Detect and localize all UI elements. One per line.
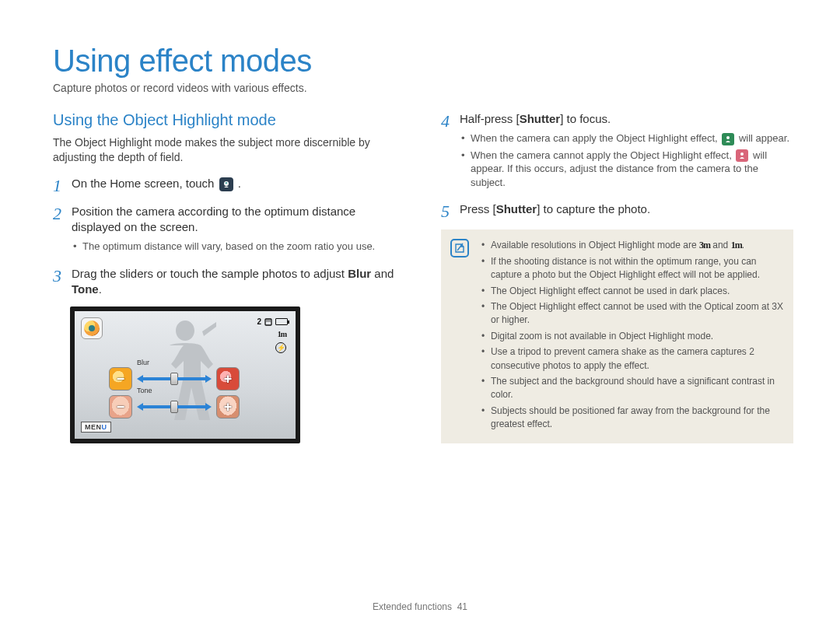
status-row: 2 bbox=[257, 317, 288, 326]
svg-rect-3 bbox=[267, 320, 268, 321]
menu-button[interactable]: MENU bbox=[81, 422, 111, 433]
blur-sample-high[interactable]: + bbox=[216, 367, 240, 391]
tone-slider[interactable] bbox=[137, 401, 212, 413]
flash-off-icon: ⚡ bbox=[275, 342, 286, 353]
tone-sample-low[interactable]: − bbox=[109, 395, 132, 419]
footer-page-number: 41 bbox=[457, 601, 467, 612]
sd-card-icon bbox=[264, 318, 272, 326]
tone-sample-high[interactable]: + bbox=[216, 395, 240, 419]
note-item-5: Digital zoom is not available in Object … bbox=[481, 330, 784, 343]
blur-slider[interactable] bbox=[137, 373, 212, 385]
resolution-3m-icon: 3m bbox=[699, 240, 710, 250]
section-desc: The Object Highlight mode makes the subj… bbox=[53, 135, 405, 165]
tone-slider-row: Tone − + bbox=[109, 395, 240, 419]
effect-unavailable-icon bbox=[736, 149, 748, 162]
step-5-bold: Shutter bbox=[496, 202, 537, 215]
page-footer: Extended functions 41 bbox=[0, 601, 840, 612]
resolution-indicator: 1m bbox=[278, 330, 286, 338]
step-number: 5 bbox=[441, 201, 460, 220]
shots-remaining: 2 bbox=[257, 317, 261, 326]
step-number: 4 bbox=[441, 111, 460, 192]
note-item-4: The Object Highlight effect cannot be us… bbox=[481, 300, 784, 328]
step-4-text-post: ] to focus. bbox=[560, 112, 611, 125]
step-4-text-pre: Half-press [ bbox=[460, 112, 520, 125]
step-5-text-pre: Press [ bbox=[460, 202, 496, 215]
step-3: 3 Drag the sliders or touch the sample p… bbox=[53, 266, 405, 298]
svg-rect-2 bbox=[265, 319, 271, 325]
step-2-text: Position the camera according to the opt… bbox=[72, 205, 355, 233]
object-highlight-mode-icon bbox=[219, 177, 233, 191]
right-column: 4 Half-press [Shutter] to focus. When th… bbox=[441, 111, 793, 443]
step-1-text-post: . bbox=[238, 177, 241, 190]
blur-sample-low[interactable]: − bbox=[109, 367, 132, 391]
note-item-1: Available resolutions in Object Highligh… bbox=[481, 239, 784, 252]
mode-button[interactable] bbox=[81, 317, 103, 339]
effect-available-icon bbox=[722, 133, 734, 145]
step-number: 2 bbox=[53, 204, 72, 257]
battery-icon bbox=[275, 318, 288, 325]
step-2-sub-1: The optimum distance will vary, based on… bbox=[72, 240, 405, 254]
note-item-2: If the shooting distance is not within t… bbox=[481, 255, 784, 282]
blur-slider-row: Blur − + bbox=[109, 367, 240, 391]
page-title: Using effect modes bbox=[53, 44, 793, 79]
step-number: 3 bbox=[53, 266, 72, 298]
left-column: Using the Object Highlight mode The Obje… bbox=[53, 111, 405, 443]
step-4-bold: Shutter bbox=[520, 112, 561, 125]
svg-rect-4 bbox=[268, 320, 269, 321]
step-4: 4 Half-press [Shutter] to focus. When th… bbox=[441, 111, 793, 192]
step-3-bold-tone: Tone bbox=[72, 282, 99, 296]
note-item-8: Subjects should be positioned far away f… bbox=[481, 405, 784, 432]
step-3-text-mid: and bbox=[371, 267, 394, 280]
step-1-text-pre: On the Home screen, touch bbox=[72, 177, 218, 190]
step-number: 1 bbox=[53, 176, 72, 194]
footer-section: Extended functions bbox=[373, 601, 452, 612]
step-5: 5 Press [Shutter] to capture the photo. bbox=[441, 201, 793, 220]
note-item-7: The subject and the background should ha… bbox=[481, 375, 784, 402]
svg-point-1 bbox=[225, 182, 227, 184]
svg-rect-5 bbox=[270, 320, 271, 321]
step-4-sub-2: When the camera cannot apply the Object … bbox=[460, 149, 793, 190]
step-3-text-pre: Drag the sliders or touch the sample pho… bbox=[72, 267, 348, 280]
note-item-6: Use a tripod to prevent camera shake as … bbox=[481, 345, 784, 373]
section-subheading: Using the Object Highlight mode bbox=[53, 111, 405, 129]
svg-point-6 bbox=[726, 136, 730, 139]
blur-slider-label: Blur bbox=[137, 359, 149, 366]
note-icon bbox=[450, 239, 469, 257]
step-3-text-post: . bbox=[99, 282, 102, 296]
step-4-sub-1: When the camera can apply the Object Hig… bbox=[460, 131, 793, 145]
note-box: Available resolutions in Object Highligh… bbox=[441, 229, 793, 443]
camera-lcd-illustration: 2 1m ⚡ Blur − + bbox=[70, 306, 300, 443]
svg-point-7 bbox=[740, 152, 744, 156]
resolution-1m-icon: 1m bbox=[731, 240, 742, 250]
step-5-text-post: ] to capture the photo. bbox=[537, 202, 650, 215]
step-1: 1 On the Home screen, touch . bbox=[53, 176, 405, 194]
step-3-bold-blur: Blur bbox=[348, 267, 371, 280]
step-2: 2 Position the camera according to the o… bbox=[53, 204, 405, 257]
page-intro: Capture photos or record videos with var… bbox=[53, 82, 793, 94]
tone-slider-label: Tone bbox=[137, 387, 152, 394]
note-item-3: The Object Highlight effect cannot be us… bbox=[481, 285, 784, 298]
